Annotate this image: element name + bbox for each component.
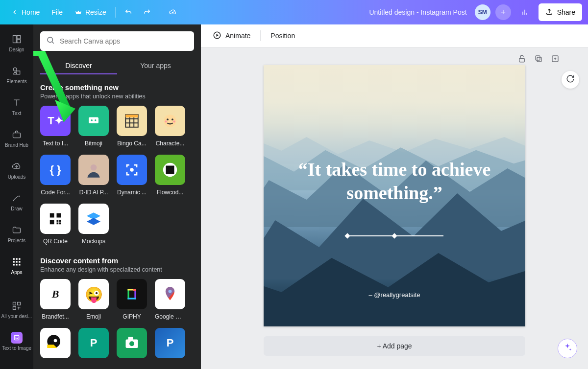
crown-icon — [74, 8, 82, 16]
assistant-fab[interactable] — [558, 339, 577, 358]
rail-draw[interactable]: Draw — [0, 190, 33, 213]
avatar[interactable]: SM — [475, 4, 490, 20]
divider — [260, 30, 261, 41]
lock-button[interactable] — [517, 54, 526, 63]
app-brandfetch[interactable]: BBrandfet... — [40, 279, 71, 320]
pexels-icon: P — [78, 328, 109, 358]
apps-search[interactable] — [40, 31, 194, 51]
file-menu-button[interactable]: File — [46, 5, 69, 19]
rail-label: Apps — [11, 270, 23, 275]
svg-rect-4 — [13, 36, 17, 43]
svg-rect-12 — [16, 258, 17, 260]
quote-divider[interactable] — [345, 235, 443, 236]
app-photo[interactable] — [117, 328, 147, 358]
tab-your-apps[interactable]: Your apps — [117, 58, 194, 74]
rail-label: Brand Hub — [5, 142, 28, 148]
tab-label: Your apps — [140, 62, 171, 69]
app-label: Code For... — [40, 189, 71, 196]
app-emoji[interactable]: 😜Emoji — [78, 279, 109, 320]
app-google-maps[interactable]: Google M... — [155, 279, 185, 320]
rail-elements[interactable]: Elements — [0, 63, 33, 86]
document-title[interactable]: Untitled design - Instagram Post — [369, 8, 466, 16]
quote-text[interactable]: “It takes time to achieve something.” — [264, 158, 525, 205]
app-pexels[interactable]: P — [78, 328, 109, 358]
position-button[interactable]: Position — [268, 30, 298, 42]
rail-brand-hub[interactable]: Brand Hub — [0, 127, 33, 150]
regenerate-button[interactable] — [562, 71, 579, 89]
insights-button[interactable] — [516, 5, 534, 19]
svg-rect-9 — [13, 133, 21, 138]
svg-point-60 — [54, 339, 57, 343]
app-label: Mockups — [78, 238, 109, 245]
app-dynamic[interactable]: Dynamic ... — [117, 155, 147, 196]
rail-text-to-image[interactable]: Text to Image — [0, 330, 33, 353]
focus-icon — [117, 155, 147, 185]
back-home-button[interactable]: Home — [6, 5, 45, 19]
new-page-button[interactable] — [551, 54, 560, 63]
svg-rect-44 — [57, 213, 61, 218]
rail-design[interactable]: Design — [0, 31, 33, 54]
share-button[interactable]: Share — [539, 3, 582, 21]
svg-rect-11 — [13, 258, 15, 260]
svg-rect-33 — [125, 115, 138, 117]
add-page-button[interactable]: + Add page — [264, 336, 525, 356]
rail-label: Elements — [6, 79, 27, 84]
svg-rect-6 — [17, 40, 21, 43]
rail-label: Uploads — [8, 174, 26, 180]
rail-apps[interactable]: Apps — [0, 254, 33, 277]
share-label: Share — [557, 8, 575, 16]
tab-label: Discover — [65, 62, 92, 69]
svg-point-36 — [172, 118, 173, 120]
rail-uploads[interactable]: Uploads — [0, 159, 33, 182]
svg-point-7 — [13, 68, 17, 71]
undo-button[interactable] — [120, 5, 137, 19]
svg-point-39 — [91, 164, 97, 171]
app-bitmoji[interactable]: Bitmoji — [78, 106, 109, 147]
svg-point-27 — [48, 37, 53, 43]
app-mockups[interactable]: Mockups — [78, 204, 109, 245]
svg-rect-16 — [19, 261, 20, 262]
animate-icon — [213, 31, 221, 41]
quote-credit[interactable]: – @reallygreatsite — [264, 291, 525, 299]
sparkle-icon — [563, 343, 572, 354]
divider — [115, 7, 116, 18]
app-code-format[interactable]: { }Code For... — [40, 155, 71, 196]
stage[interactable]: “It takes time to achieve something.” – … — [201, 47, 588, 369]
app-did-ai[interactable]: D-ID AI P... — [78, 155, 109, 196]
svg-rect-5 — [17, 36, 21, 39]
cloud-check-icon — [169, 8, 177, 16]
redo-button[interactable] — [138, 5, 156, 19]
app-character[interactable]: Characte... — [155, 106, 185, 147]
duplicate-page-button[interactable] — [534, 54, 543, 63]
svg-point-30 — [91, 119, 93, 121]
rail-text[interactable]: Text — [0, 95, 33, 118]
duck-icon — [40, 328, 71, 358]
app-bingo[interactable]: Bingo Ca... — [117, 106, 147, 147]
text-icon — [11, 97, 23, 109]
app-giphy[interactable]: GIPHY — [117, 279, 147, 320]
p-icon: P — [155, 328, 185, 358]
app-unknown-2[interactable]: P — [155, 328, 185, 358]
app-label: GIPHY — [117, 313, 147, 320]
qr-icon — [40, 204, 71, 234]
svg-rect-67 — [537, 57, 541, 62]
app-unknown-1[interactable] — [40, 328, 71, 358]
resize-button[interactable]: Resize — [70, 5, 111, 19]
svg-point-40 — [130, 168, 134, 172]
rail-all-designs[interactable]: All your desi... — [0, 298, 33, 321]
app-qr-code[interactable]: QR Code — [40, 204, 71, 245]
rail-projects[interactable]: Projects — [0, 222, 33, 245]
app-flowcode[interactable]: Flowcod... — [155, 155, 185, 196]
design-page[interactable]: “It takes time to achieve something.” – … — [264, 65, 525, 326]
apps-search-input[interactable] — [60, 37, 188, 45]
svg-point-38 — [173, 120, 175, 122]
cloud-sync-button[interactable] — [164, 5, 182, 19]
panel-tabs: Discover Your apps — [40, 58, 194, 74]
add-member-button[interactable]: + — [495, 4, 511, 20]
refresh-icon — [566, 74, 575, 85]
animate-button[interactable]: Animate — [210, 29, 253, 43]
tab-discover[interactable]: Discover — [40, 58, 117, 74]
grid-plus-icon — [11, 300, 23, 312]
app-text-to-image[interactable]: T✦Text to I... — [40, 106, 71, 147]
svg-rect-43 — [50, 213, 54, 218]
